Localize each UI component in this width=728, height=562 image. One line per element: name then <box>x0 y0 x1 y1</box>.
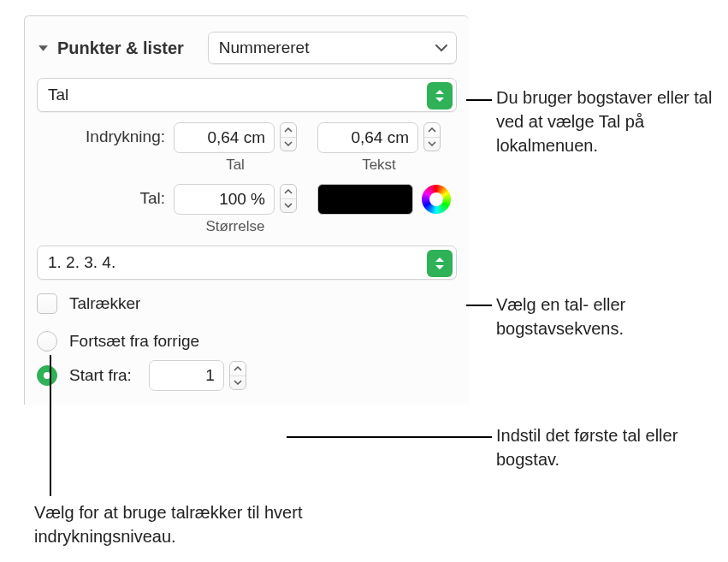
indent-number-stepper[interactable] <box>280 122 297 151</box>
stepper-up-icon[interactable] <box>424 123 440 138</box>
number-size-row: Tal: Størrelse <box>37 184 457 235</box>
indent-row: Indrykning: Tal <box>37 122 457 174</box>
stepper-down-icon[interactable] <box>281 138 296 151</box>
start-from-radio[interactable] <box>37 365 57 386</box>
number-size-sublabel: Størrelse <box>174 218 297 235</box>
continue-from-previous-label: Fortsæt fra forrige <box>69 332 199 351</box>
header-row: Punkter & lister Nummereret <box>37 32 457 64</box>
callout-line <box>287 436 492 438</box>
format-row: 1. 2. 3. 4. <box>37 246 457 280</box>
start-from-label: Start fra: <box>69 366 132 385</box>
callout-middle: Vælg en tal- eller bogstavsekvens. <box>496 293 714 340</box>
chevron-down-icon <box>432 38 451 57</box>
list-style-popup[interactable]: Nummereret <box>208 32 457 64</box>
indent-number-input[interactable] <box>174 122 275 153</box>
number-type-popup[interactable]: Tal <box>37 78 457 112</box>
stepper-up-icon[interactable] <box>281 185 296 199</box>
stepper-down-icon[interactable] <box>281 199 296 213</box>
popup-arrows-icon <box>427 82 453 109</box>
tiered-numbers-label: Talrækker <box>69 294 140 313</box>
stepper-down-icon[interactable] <box>424 138 440 151</box>
callout-line <box>50 355 51 496</box>
color-picker-icon[interactable] <box>422 185 451 214</box>
number-type-popup-value: Tal <box>48 86 68 104</box>
start-from-input[interactable] <box>149 360 224 391</box>
stepper-up-icon[interactable] <box>281 123 296 138</box>
stepper-down-icon[interactable] <box>230 376 246 390</box>
popup-arrows-icon <box>427 250 453 277</box>
type-row: Tal <box>37 78 457 112</box>
indent-number-sublabel: Tal <box>174 157 297 174</box>
continue-from-previous-radio[interactable] <box>37 331 57 352</box>
start-from-stepper[interactable] <box>229 361 246 390</box>
number-size-input[interactable] <box>174 184 275 215</box>
bullets-lists-panel: Punkter & lister Nummereret Tal Indrykni… <box>24 15 469 405</box>
callout-line <box>466 99 492 101</box>
number-format-popup-value: 1. 2. 3. 4. <box>48 253 115 272</box>
callout-top: Du bruger bogstaver eller tal ved at væl… <box>496 86 714 157</box>
number-size-stepper[interactable] <box>280 184 297 213</box>
indent-label: Indrykning: <box>37 127 165 146</box>
list-style-popup-value: Nummereret <box>219 38 310 57</box>
callout-line <box>466 305 492 306</box>
indent-text-stepper[interactable] <box>423 122 441 151</box>
number-format-popup[interactable]: 1. 2. 3. 4. <box>37 246 457 280</box>
start-from-row: Start fra: <box>37 360 457 391</box>
indent-number-group: Tal <box>174 122 297 174</box>
indent-text-input[interactable] <box>317 122 418 153</box>
color-well[interactable] <box>317 184 413 215</box>
tiered-checkbox-row: Talrækker <box>37 293 457 314</box>
number-size-group: Størrelse <box>174 184 297 235</box>
indent-text-group: Tekst <box>317 122 441 174</box>
section-title: Punkter & lister <box>57 38 184 58</box>
tiered-numbers-checkbox[interactable] <box>37 293 57 314</box>
indent-text-sublabel: Tekst <box>317 157 441 174</box>
callout-bottom-right: Indstil det første tal eller bogstav. <box>496 423 714 471</box>
stepper-up-icon[interactable] <box>230 362 246 376</box>
number-label: Tal: <box>37 189 165 208</box>
disclosure-triangle-icon[interactable] <box>37 42 49 54</box>
callout-bottom-left: Vælg for at bruge talrækker til hvert in… <box>34 500 308 548</box>
continue-radio-row: Fortsæt fra forrige <box>37 331 457 352</box>
